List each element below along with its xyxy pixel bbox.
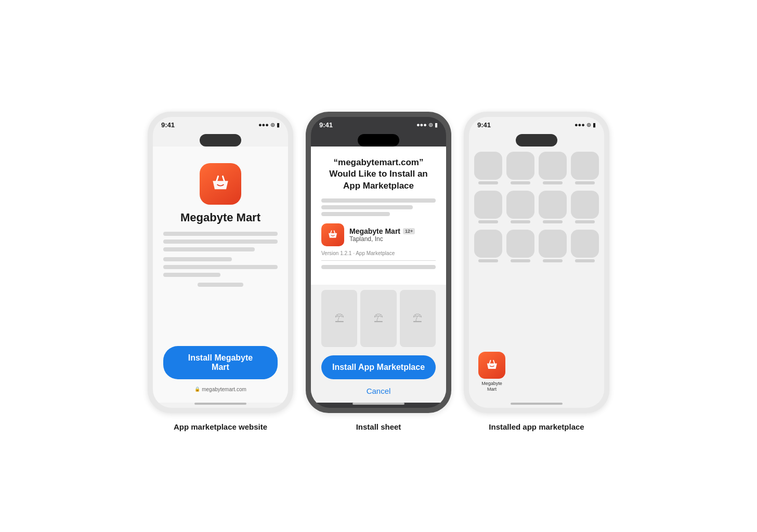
basket-svg-2	[327, 229, 339, 241]
home-icon-cell-4	[571, 152, 599, 184]
phone-inner-2: 9:41 ●●● ⊛ ▮ “megabytemart.com” Would Li…	[311, 117, 446, 408]
home-icon-cell-5	[474, 191, 502, 223]
home-icon	[539, 191, 567, 219]
sheet-placeholder-lines-bottom	[321, 265, 436, 269]
icon-label	[511, 259, 530, 262]
installed-app-icon-wrapper: MegabyteMart	[478, 352, 505, 392]
phone-wrapper-2: 9:41 ●●● ⊛ ▮ “megabytemart.com” Would Li…	[306, 112, 451, 431]
app-name-row-2: Megabyte Mart 12+	[349, 227, 436, 235]
placeholder-lines-1	[163, 232, 278, 289]
home-icon	[571, 152, 599, 180]
pill-2	[358, 134, 399, 147]
home-icon	[506, 230, 534, 258]
placeholder-line	[163, 265, 278, 269]
lock-icon-1: 🔒	[194, 387, 200, 392]
placeholder-line	[321, 198, 436, 203]
sheet-header: “megabytemart.com” Would Like to Install…	[311, 147, 446, 285]
sheet-footer: Install App Marketplace Cancel	[311, 355, 446, 403]
basket-svg-installed	[485, 358, 500, 373]
home-icon	[571, 191, 599, 219]
home-icon-cell-7	[539, 191, 567, 223]
icon-label	[511, 181, 530, 184]
icon-label	[575, 181, 595, 184]
phones-container: 9:41 ●●● ⊛ ▮ Megabyte Mart	[148, 112, 609, 431]
pill-1	[200, 134, 241, 147]
home-icon	[506, 152, 534, 180]
install-sheet-btn[interactable]: Install App Marketplace	[321, 355, 436, 379]
icon-label	[543, 220, 563, 223]
home-icon	[539, 152, 567, 180]
phone-inner-1: 9:41 ●●● ⊛ ▮ Megabyte Mart	[153, 117, 288, 408]
home-indicator-3	[511, 403, 563, 405]
home-icon	[474, 152, 502, 180]
home-icon	[474, 191, 502, 219]
installed-app-area: MegabyteMart	[474, 269, 599, 397]
phone-wrapper-3: 9:41 ●●● ⊛ ▮	[464, 112, 609, 431]
app-icon-large-1	[200, 163, 241, 205]
status-icons-2: ●●● ⊛ ▮	[416, 122, 438, 128]
status-bar-1: 9:41 ●●● ⊛ ▮	[153, 117, 288, 131]
placeholder-line	[321, 212, 390, 216]
screenshots-row: ⛱ ⛱ ⛱	[321, 290, 436, 347]
sheet-placeholder-lines-top	[321, 198, 436, 216]
time-3: 9:41	[477, 121, 491, 129]
home-icon	[474, 230, 502, 258]
placeholder-line	[198, 283, 243, 287]
version-line-2: Version 1.2.1 · App Marketplace	[321, 250, 436, 256]
icon-label	[543, 259, 563, 262]
screenshot-1: ⛱	[321, 290, 357, 347]
url-text-1: megabytemart.com	[202, 387, 246, 392]
cancel-btn[interactable]: Cancel	[321, 383, 436, 398]
img-placeholder-icon-2: ⛱	[374, 313, 383, 324]
app-name-2: Megabyte Mart	[349, 227, 400, 235]
placeholder-line	[163, 240, 278, 244]
time-2: 9:41	[319, 121, 333, 129]
time-1: 9:41	[161, 121, 175, 129]
home-icon-cell-9	[474, 230, 502, 262]
placeholder-line	[163, 247, 255, 251]
caption-3: Installed app marketplace	[489, 422, 584, 431]
home-indicator-2	[353, 403, 404, 405]
icon-label	[575, 259, 595, 262]
phone2-content: “megabytemart.com” Would Like to Install…	[311, 147, 446, 403]
icon-label	[575, 220, 595, 223]
phone-wrapper-1: 9:41 ●●● ⊛ ▮ Megabyte Mart	[148, 112, 293, 431]
phone3-content: MegabyteMart	[469, 147, 604, 403]
age-badge-2: 12+	[403, 228, 415, 234]
sheet-app-row: Megabyte Mart 12+ Tapland, Inc	[321, 223, 436, 246]
home-icon-cell-6	[506, 191, 534, 223]
icon-label	[478, 220, 498, 223]
phone-inner-3: 9:41 ●●● ⊛ ▮	[469, 117, 604, 408]
placeholder-line	[321, 205, 413, 209]
developer-2: Tapland, Inc	[349, 235, 436, 243]
phone-frame-2: 9:41 ●●● ⊛ ▮ “megabytemart.com” Would Li…	[306, 112, 451, 413]
home-icon	[571, 230, 599, 258]
app-icon-small-2	[321, 223, 344, 246]
img-placeholder-icon-1: ⛱	[335, 313, 344, 324]
home-icon	[539, 230, 567, 258]
home-grid-row3	[474, 230, 599, 262]
phone1-content: Megabyte Mart Install Megabyte Mart 🔒	[153, 147, 288, 403]
pill-3	[516, 134, 557, 147]
status-bar-2: 9:41 ●●● ⊛ ▮	[311, 117, 446, 131]
screenshot-3: ⛱	[400, 290, 436, 347]
icon-label	[543, 181, 563, 184]
installed-app-icon[interactable]	[478, 352, 505, 379]
caption-2: Install sheet	[356, 422, 401, 431]
sheet-title: “megabytemart.com” Would Like to Install…	[321, 157, 436, 193]
home-indicator-1	[194, 403, 246, 405]
installed-app-label: MegabyteMart	[481, 381, 502, 392]
status-icons-3: ●●● ⊛ ▮	[575, 122, 596, 128]
status-bar-3: 9:41 ●●● ⊛ ▮	[469, 117, 604, 131]
home-icon-cell-11	[539, 230, 567, 262]
home-icon-cell-10	[506, 230, 534, 262]
home-icon	[506, 191, 534, 219]
img-placeholder-icon-3: ⛱	[413, 313, 422, 324]
home-icon-cell-12	[571, 230, 599, 262]
url-bar-1: 🔒 megabytemart.com	[194, 387, 246, 392]
basket-svg-1	[209, 172, 232, 195]
screenshot-2: ⛱	[360, 290, 396, 347]
home-grid-row1	[474, 152, 599, 184]
icon-label	[511, 220, 530, 223]
install-button-1[interactable]: Install Megabyte Mart	[163, 346, 278, 379]
